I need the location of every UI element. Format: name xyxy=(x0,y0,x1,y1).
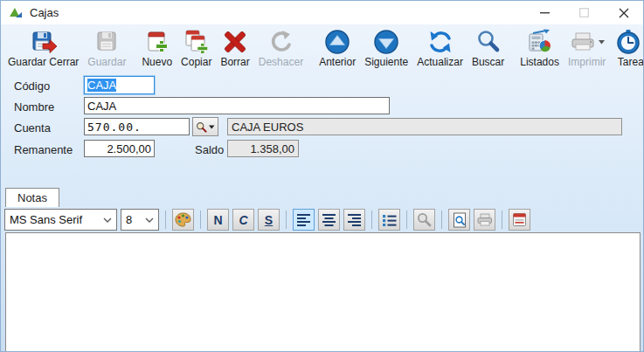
toolbar-button-nuevo[interactable]: Nuevo xyxy=(137,26,177,71)
toolbar-button-guardar[interactable]: Guardar xyxy=(83,26,130,71)
toolbar-button-tareas[interactable]: Tareas xyxy=(610,26,644,71)
underline-label: S xyxy=(265,214,273,226)
insert-date-button[interactable] xyxy=(509,209,530,231)
toolbar-label: Anterior xyxy=(319,56,356,68)
delete-icon xyxy=(221,28,249,56)
richbar-separator xyxy=(286,211,287,229)
toolbar-button-actualizar[interactable]: Actualizar xyxy=(412,26,467,71)
richbar-separator xyxy=(406,211,407,229)
window-controls xyxy=(525,1,643,24)
toolbar-button-borrar[interactable]: Borrar xyxy=(216,26,253,71)
richbar-separator xyxy=(441,211,442,229)
italic-button[interactable]: C xyxy=(232,209,254,231)
notes-editor[interactable] xyxy=(5,232,641,352)
align-right-icon xyxy=(348,214,362,226)
bullet-list-icon xyxy=(383,214,397,226)
title-bar: Cajas xyxy=(1,1,643,24)
nombre-input[interactable] xyxy=(84,97,390,114)
chevron-down-icon xyxy=(145,217,154,223)
toolbar-button-guardar-cerrar[interactable]: Guardar Cerrar xyxy=(3,26,83,71)
toolbar-label: Copiar xyxy=(181,56,211,68)
reports-icon xyxy=(526,28,554,56)
cuenta-description-field: CAJA EUROS xyxy=(227,118,622,135)
toolbar-label: Guardar Cerrar xyxy=(8,56,79,68)
richbar-separator xyxy=(200,211,201,229)
toolbar-button-siguiente[interactable]: Siguiente xyxy=(360,26,412,71)
main-toolbar: Guardar Cerrar Guardar xyxy=(1,24,643,71)
lookup-dropdown-arrow-icon xyxy=(209,125,215,129)
cuenta-lookup-button[interactable] xyxy=(192,117,218,136)
toolbar-label: Listados xyxy=(520,56,559,68)
save-icon xyxy=(93,28,121,56)
remanente-label: Remanente xyxy=(14,143,73,156)
lookup-magnifier-icon xyxy=(196,121,207,133)
toolbar-label: Guardar xyxy=(87,56,126,68)
italic-label: C xyxy=(239,214,247,226)
richbar-separator xyxy=(371,211,372,229)
cuenta-label: Cuenta xyxy=(14,121,51,135)
toolbar-button-imprimir[interactable]: Imprimir xyxy=(564,26,610,71)
undo-icon xyxy=(267,28,294,56)
palette-icon xyxy=(175,212,191,227)
font-color-button[interactable] xyxy=(172,209,194,231)
align-center-button[interactable] xyxy=(318,209,340,231)
app-logo-icon xyxy=(9,6,24,20)
align-left-icon xyxy=(297,214,311,226)
toolbar-button-deshacer[interactable]: Deshacer xyxy=(254,26,308,71)
underline-button[interactable]: S xyxy=(258,209,280,231)
codigo-input[interactable]: CAJA xyxy=(84,76,155,94)
cuenta-input[interactable] xyxy=(84,118,190,135)
toolbar-button-anterior[interactable]: Anterior xyxy=(315,26,360,71)
bold-label: N xyxy=(213,214,222,226)
toolbar-label: Borrar xyxy=(220,56,249,68)
align-right-button[interactable] xyxy=(343,209,365,231)
next-icon xyxy=(372,28,400,56)
richbar-separator xyxy=(502,211,502,229)
window-body: Guardar Cerrar Guardar xyxy=(1,24,643,351)
close-icon xyxy=(619,8,629,18)
copy-record-icon xyxy=(183,28,211,56)
tab-notas[interactable]: Notas xyxy=(5,188,59,207)
saldo-field: 1.358,00 xyxy=(227,140,299,157)
calendar-icon xyxy=(512,212,527,227)
font-family-value: MS Sans Serif xyxy=(10,213,103,226)
minimize-icon xyxy=(540,8,550,17)
toolbar-label: Buscar xyxy=(472,56,504,68)
bullet-list-button[interactable] xyxy=(378,209,400,231)
zoom-button[interactable] xyxy=(413,209,435,231)
codigo-label: Código xyxy=(14,79,50,93)
align-left-button[interactable] xyxy=(293,209,315,231)
toolbar-button-copiar[interactable]: Copiar xyxy=(177,26,216,71)
minimize-button[interactable] xyxy=(525,1,564,24)
print-preview-icon xyxy=(453,212,467,228)
imprimir-dropdown-arrow[interactable] xyxy=(599,40,606,45)
tasks-clock-icon xyxy=(614,28,642,56)
new-record-icon xyxy=(143,28,171,56)
print-icon xyxy=(568,28,596,56)
print-preview-button[interactable] xyxy=(448,209,470,231)
font-size-select[interactable]: 8 xyxy=(121,209,159,231)
saldo-label: Saldo xyxy=(195,143,224,156)
toolbar-button-listados[interactable]: Listados xyxy=(516,26,564,71)
nombre-label: Nombre xyxy=(14,100,54,114)
maximize-button[interactable] xyxy=(564,1,604,24)
font-size-value: 8 xyxy=(126,213,145,226)
toolbar-label: Nuevo xyxy=(142,56,172,68)
previous-icon xyxy=(323,28,351,56)
bold-button[interactable]: N xyxy=(207,209,229,231)
toolbar-button-buscar[interactable]: Buscar xyxy=(467,26,509,71)
refresh-icon xyxy=(426,28,454,56)
close-button[interactable] xyxy=(604,1,643,24)
font-family-select[interactable]: MS Sans Serif xyxy=(4,209,117,231)
toolbar-label: Imprimir xyxy=(568,56,606,68)
window-title: Cajas xyxy=(30,6,59,19)
align-center-icon xyxy=(322,214,336,226)
search-icon xyxy=(474,28,502,56)
toolbar-label: Tareas xyxy=(618,56,644,68)
printer-small-icon xyxy=(476,212,493,227)
print-notes-button[interactable] xyxy=(474,209,495,231)
maximize-icon xyxy=(579,8,589,17)
remanente-input[interactable] xyxy=(84,140,155,157)
toolbar-label: Siguiente xyxy=(364,56,408,68)
richbar-separator xyxy=(165,211,166,229)
